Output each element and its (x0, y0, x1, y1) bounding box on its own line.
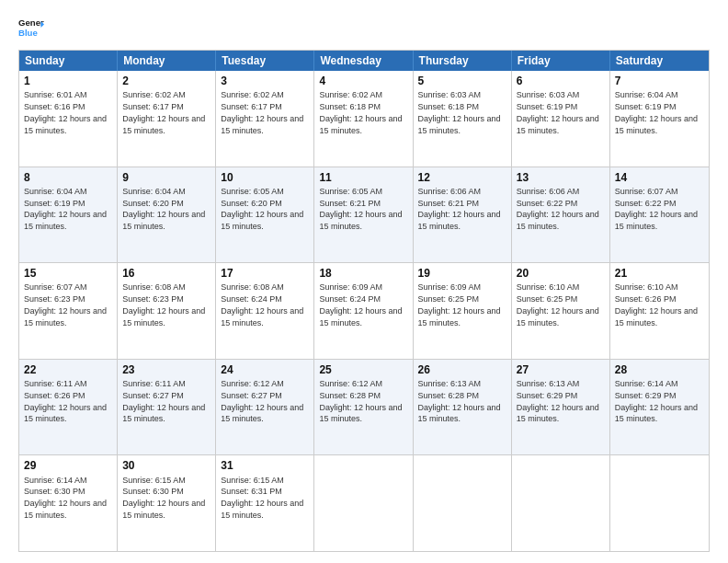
day-header-tuesday: Tuesday (216, 51, 314, 71)
day-cell-9: 9Sunrise: 6:04 AMSunset: 6:20 PMDaylight… (118, 167, 216, 263)
day-number: 20 (517, 266, 605, 281)
day-number: 7 (615, 74, 704, 88)
cell-info: Sunrise: 6:14 AMSunset: 6:29 PMDaylight:… (615, 379, 698, 423)
day-cell-12: 12Sunrise: 6:06 AMSunset: 6:21 PMDayligh… (414, 167, 512, 263)
day-cell-30: 30Sunrise: 6:15 AMSunset: 6:30 PMDayligh… (118, 455, 216, 551)
cell-info: Sunrise: 6:10 AMSunset: 6:25 PMDaylight:… (517, 282, 599, 327)
cell-info: Sunrise: 6:02 AMSunset: 6:18 PMDaylight:… (319, 90, 402, 134)
empty-cell (512, 455, 610, 551)
cell-info: Sunrise: 6:04 AMSunset: 6:19 PMDaylight:… (24, 187, 107, 231)
empty-cell (314, 455, 413, 551)
day-number: 18 (319, 266, 407, 281)
day-cell-19: 19Sunrise: 6:09 AMSunset: 6:25 PMDayligh… (414, 263, 512, 359)
cell-info: Sunrise: 6:14 AMSunset: 6:30 PMDaylight:… (24, 476, 107, 520)
svg-text:Blue: Blue (18, 28, 38, 38)
day-number: 27 (517, 362, 605, 377)
cell-info: Sunrise: 6:04 AMSunset: 6:20 PMDaylight:… (122, 187, 205, 231)
day-number: 14 (615, 170, 704, 185)
day-number: 22 (24, 362, 112, 377)
day-cell-10: 10Sunrise: 6:05 AMSunset: 6:20 PMDayligh… (216, 167, 314, 263)
cell-info: Sunrise: 6:03 AMSunset: 6:19 PMDaylight:… (517, 90, 599, 134)
day-number: 31 (221, 458, 309, 473)
calendar-row-3: 15Sunrise: 6:07 AMSunset: 6:23 PMDayligh… (19, 262, 709, 359)
day-cell-5: 5Sunrise: 6:03 AMSunset: 6:18 PMDaylight… (414, 71, 512, 167)
day-cell-1: 1Sunrise: 6:01 AMSunset: 6:16 PMDaylight… (19, 71, 118, 167)
day-cell-11: 11Sunrise: 6:05 AMSunset: 6:21 PMDayligh… (314, 167, 413, 263)
calendar-page: General Blue SundayMondayTuesdayWednesda… (0, 0, 728, 563)
cell-info: Sunrise: 6:08 AMSunset: 6:24 PMDaylight:… (221, 282, 303, 327)
day-cell-2: 2Sunrise: 6:02 AMSunset: 6:17 PMDaylight… (118, 71, 216, 167)
day-cell-26: 26Sunrise: 6:13 AMSunset: 6:28 PMDayligh… (414, 360, 512, 455)
day-cell-3: 3Sunrise: 6:02 AMSunset: 6:17 PMDaylight… (216, 71, 314, 167)
day-cell-24: 24Sunrise: 6:12 AMSunset: 6:27 PMDayligh… (216, 360, 314, 455)
empty-cell (414, 455, 512, 551)
cell-info: Sunrise: 6:11 AMSunset: 6:27 PMDaylight:… (122, 379, 205, 423)
cell-info: Sunrise: 6:12 AMSunset: 6:27 PMDaylight:… (221, 379, 303, 423)
day-number: 4 (319, 74, 407, 88)
day-cell-18: 18Sunrise: 6:09 AMSunset: 6:24 PMDayligh… (314, 263, 413, 359)
day-cell-25: 25Sunrise: 6:12 AMSunset: 6:28 PMDayligh… (314, 360, 413, 455)
day-number: 19 (418, 266, 506, 281)
day-header-wednesday: Wednesday (314, 51, 413, 71)
day-cell-13: 13Sunrise: 6:06 AMSunset: 6:22 PMDayligh… (512, 167, 610, 263)
calendar-header: SundayMondayTuesdayWednesdayThursdayFrid… (19, 51, 709, 71)
day-number: 9 (122, 170, 210, 185)
day-number: 13 (517, 170, 605, 185)
header: General Blue (18, 15, 710, 40)
day-cell-6: 6Sunrise: 6:03 AMSunset: 6:19 PMDaylight… (512, 71, 610, 167)
day-cell-29: 29Sunrise: 6:14 AMSunset: 6:30 PMDayligh… (19, 455, 118, 551)
cell-info: Sunrise: 6:05 AMSunset: 6:20 PMDaylight:… (221, 187, 303, 231)
day-number: 2 (122, 74, 210, 88)
cell-info: Sunrise: 6:09 AMSunset: 6:25 PMDaylight:… (418, 282, 501, 327)
cell-info: Sunrise: 6:06 AMSunset: 6:22 PMDaylight:… (517, 187, 599, 231)
day-number: 30 (122, 458, 210, 473)
cell-info: Sunrise: 6:11 AMSunset: 6:26 PMDaylight:… (24, 379, 107, 423)
day-cell-14: 14Sunrise: 6:07 AMSunset: 6:22 PMDayligh… (610, 167, 709, 263)
cell-info: Sunrise: 6:15 AMSunset: 6:30 PMDaylight:… (122, 476, 205, 520)
calendar-row-1: 1Sunrise: 6:01 AMSunset: 6:16 PMDaylight… (19, 71, 709, 167)
day-cell-31: 31Sunrise: 6:15 AMSunset: 6:31 PMDayligh… (216, 455, 314, 551)
day-number: 8 (24, 170, 112, 185)
day-cell-4: 4Sunrise: 6:02 AMSunset: 6:18 PMDaylight… (314, 71, 413, 167)
day-number: 10 (221, 170, 309, 185)
day-number: 25 (319, 362, 407, 377)
cell-info: Sunrise: 6:10 AMSunset: 6:26 PMDaylight:… (615, 282, 698, 327)
logo: General Blue (18, 15, 44, 40)
cell-info: Sunrise: 6:01 AMSunset: 6:16 PMDaylight:… (24, 90, 107, 134)
day-cell-16: 16Sunrise: 6:08 AMSunset: 6:23 PMDayligh… (118, 263, 216, 359)
day-number: 17 (221, 266, 309, 281)
day-number: 16 (122, 266, 210, 281)
calendar-row-2: 8Sunrise: 6:04 AMSunset: 6:19 PMDaylight… (19, 167, 709, 263)
day-number: 12 (418, 170, 506, 185)
day-cell-17: 17Sunrise: 6:08 AMSunset: 6:24 PMDayligh… (216, 263, 314, 359)
cell-info: Sunrise: 6:08 AMSunset: 6:23 PMDaylight:… (122, 282, 205, 327)
day-number: 11 (319, 170, 407, 185)
day-cell-7: 7Sunrise: 6:04 AMSunset: 6:19 PMDaylight… (610, 71, 709, 167)
cell-info: Sunrise: 6:07 AMSunset: 6:22 PMDaylight:… (615, 187, 698, 231)
day-cell-21: 21Sunrise: 6:10 AMSunset: 6:26 PMDayligh… (610, 263, 709, 359)
day-header-saturday: Saturday (610, 51, 709, 71)
day-cell-23: 23Sunrise: 6:11 AMSunset: 6:27 PMDayligh… (118, 360, 216, 455)
cell-info: Sunrise: 6:07 AMSunset: 6:23 PMDaylight:… (24, 282, 107, 327)
day-header-sunday: Sunday (19, 51, 118, 71)
cell-info: Sunrise: 6:09 AMSunset: 6:24 PMDaylight:… (319, 282, 402, 327)
day-header-thursday: Thursday (414, 51, 512, 71)
calendar-row-4: 22Sunrise: 6:11 AMSunset: 6:26 PMDayligh… (19, 359, 709, 455)
cell-info: Sunrise: 6:02 AMSunset: 6:17 PMDaylight:… (122, 90, 205, 134)
cell-info: Sunrise: 6:06 AMSunset: 6:21 PMDaylight:… (418, 187, 501, 231)
day-cell-20: 20Sunrise: 6:10 AMSunset: 6:25 PMDayligh… (512, 263, 610, 359)
svg-text:General: General (18, 17, 44, 28)
cell-info: Sunrise: 6:13 AMSunset: 6:29 PMDaylight:… (517, 379, 599, 423)
cell-info: Sunrise: 6:15 AMSunset: 6:31 PMDaylight:… (221, 476, 303, 520)
day-number: 26 (418, 362, 506, 377)
cell-info: Sunrise: 6:02 AMSunset: 6:17 PMDaylight:… (221, 90, 303, 134)
day-number: 28 (615, 362, 704, 377)
day-number: 6 (517, 74, 605, 88)
cell-info: Sunrise: 6:05 AMSunset: 6:21 PMDaylight:… (319, 187, 402, 231)
cell-info: Sunrise: 6:04 AMSunset: 6:19 PMDaylight:… (615, 90, 698, 134)
empty-cell (610, 455, 709, 551)
day-cell-8: 8Sunrise: 6:04 AMSunset: 6:19 PMDaylight… (19, 167, 118, 263)
day-number: 21 (615, 266, 704, 281)
cell-info: Sunrise: 6:13 AMSunset: 6:28 PMDaylight:… (418, 379, 501, 423)
day-number: 3 (221, 74, 309, 88)
